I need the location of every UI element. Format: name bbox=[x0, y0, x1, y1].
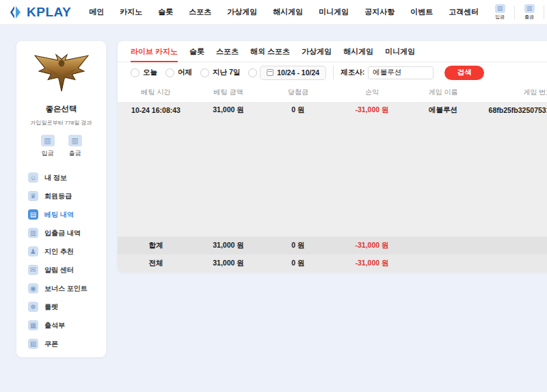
radio-yesterday[interactable] bbox=[165, 68, 174, 77]
tab-slots[interactable]: 슬롯 bbox=[189, 41, 204, 62]
date-range-picker[interactable]: 10/24 - 10/24 bbox=[260, 66, 326, 80]
filter-bar: 오늘 어제 지난 7일 10/24 - 10/24 제조사: 검색 bbox=[118, 62, 547, 83]
cell-game-number: 68fb25fb32507531f bbox=[476, 106, 547, 114]
user-level-emblem-icon bbox=[31, 52, 92, 94]
search-button[interactable]: 검색 bbox=[444, 66, 484, 80]
divider bbox=[544, 5, 544, 19]
summary-row-total: 전체 31,000 원 0 원 -31,000 원 bbox=[118, 254, 547, 272]
divider bbox=[333, 66, 334, 79]
nav-slots[interactable]: 슬롯 bbox=[158, 7, 173, 17]
sidebar-item-roulette[interactable]: ☸ 룰렛 bbox=[16, 298, 106, 316]
tab-overseas-sports[interactable]: 해외 스포츠 bbox=[250, 41, 290, 62]
col-bet-amount: 베팅 금액 bbox=[194, 88, 263, 97]
bonus-point-icon: ◉ bbox=[28, 283, 38, 293]
table-header-row: 베팅 시간 베팅 금액 당첨금 손익 게임 이름 게임 번호 bbox=[118, 83, 547, 102]
sidebar-item-attendance[interactable]: ▦ 출석부 bbox=[16, 316, 106, 335]
sidebar-item-my-info[interactable]: ☺ 내 정보 bbox=[16, 168, 106, 187]
nav-casino[interactable]: 카지노 bbox=[120, 7, 142, 17]
radio-yesterday-label[interactable]: 어제 bbox=[178, 68, 192, 77]
signup-elapsed-text: 가입일로부터 778일 경과 bbox=[16, 119, 106, 127]
nav-virtual[interactable]: 가상게임 bbox=[227, 7, 257, 17]
col-winnings: 당첨금 bbox=[263, 88, 334, 97]
sidebar-withdraw-button[interactable]: ▥ 출금 bbox=[68, 135, 82, 158]
sidebar-item-coupon[interactable]: ▧ 쿠폰 bbox=[16, 335, 106, 353]
summary-winnings: 0 원 bbox=[263, 259, 334, 268]
withdraw-icon: ▥ bbox=[524, 4, 535, 13]
manufacturer-label: 제조사: bbox=[341, 68, 364, 77]
col-game-number: 게임 번호 bbox=[476, 88, 547, 97]
radio-last-7-days-label[interactable]: 지난 7일 bbox=[213, 68, 240, 77]
kplay-logo-icon bbox=[8, 4, 25, 21]
notification-icon: ✉ bbox=[28, 265, 38, 275]
header-quick-actions: ▥ 입금 ▥ 출금 ▤ 배팅내역 bbox=[488, 4, 547, 21]
user-icon: ☺ bbox=[28, 172, 38, 183]
sidebar: 좋은선택 가입일로부터 778일 경과 ▥ 입금 ▥ 출금 ☺ 내 정보 ♛ 회… bbox=[16, 41, 106, 357]
calendar-icon bbox=[267, 69, 274, 76]
header-withdraw-button[interactable]: ▥ 출금 bbox=[518, 4, 541, 21]
coupon-icon: ▧ bbox=[28, 339, 38, 349]
sidebar-menu: ☺ 내 정보 ♛ 회원등급 ▤ 베팅 내역 ▥ 입출금 내역 ♟ 지인 추천 ✉… bbox=[16, 168, 106, 353]
sidebar-deposit-button[interactable]: ▥ 입금 bbox=[41, 135, 55, 158]
tab-hash-games[interactable]: 해시게임 bbox=[343, 41, 373, 62]
summary-row-subtotal: 합계 31,000 원 0 원 -31,000 원 bbox=[118, 237, 547, 254]
radio-last-7-days[interactable] bbox=[200, 68, 209, 77]
table-body: 10-24 16:08:43 31,000 원 0 원 -31,000 원 에볼… bbox=[118, 102, 547, 272]
page: { "header": { "logo_text": "KPLAY", "nav… bbox=[0, 0, 547, 392]
summary-label: 전체 bbox=[118, 259, 194, 268]
nav-notice[interactable]: 공지사항 bbox=[364, 7, 395, 17]
cell-bet-amount: 31,000 원 bbox=[194, 105, 263, 115]
roulette-icon: ☸ bbox=[28, 302, 38, 312]
top-nav: 메인 카지노 슬롯 스포츠 가상게임 해시게임 미니게임 공지사항 이벤트 고객… bbox=[89, 7, 479, 17]
summary-label: 합계 bbox=[118, 241, 194, 250]
radio-today-label[interactable]: 오늘 bbox=[143, 68, 157, 77]
sidebar-item-referral[interactable]: ♟ 지인 추천 bbox=[16, 242, 106, 261]
radio-today[interactable] bbox=[131, 68, 139, 77]
summary-bet: 31,000 원 bbox=[194, 259, 263, 268]
summary-bet: 31,000 원 bbox=[194, 241, 263, 250]
sidebar-item-transactions[interactable]: ▥ 입출금 내역 bbox=[16, 224, 106, 242]
tab-sports[interactable]: 스포츠 bbox=[216, 41, 239, 62]
kplay-logo[interactable]: KPLAY bbox=[8, 4, 71, 21]
kplay-logo-text: KPLAY bbox=[27, 5, 71, 20]
category-tabs: 라이브 카지노 슬롯 스포츠 해외 스포츠 가상게임 해시게임 미니게임 bbox=[118, 41, 547, 62]
table-row[interactable]: 10-24 16:08:43 31,000 원 0 원 -31,000 원 에볼… bbox=[118, 102, 547, 118]
deposit-icon: ▥ bbox=[495, 4, 505, 13]
divider bbox=[514, 5, 515, 19]
attendance-icon: ▦ bbox=[28, 320, 38, 330]
tab-live-casino[interactable]: 라이브 카지노 bbox=[131, 41, 178, 62]
sidebar-item-notifications[interactable]: ✉ 알림 센터 bbox=[16, 261, 106, 279]
betting-history-panel: 라이브 카지노 슬롯 스포츠 해외 스포츠 가상게임 해시게임 미니게임 오늘 … bbox=[118, 41, 547, 272]
nav-hash[interactable]: 해시게임 bbox=[273, 7, 303, 17]
nav-event[interactable]: 이벤트 bbox=[410, 7, 433, 17]
radio-custom-range[interactable] bbox=[248, 68, 257, 77]
summary-winnings: 0 원 bbox=[263, 241, 334, 250]
table-empty-space bbox=[118, 118, 547, 237]
tab-mini-games[interactable]: 미니게임 bbox=[385, 41, 415, 62]
nav-support[interactable]: 고객센터 bbox=[449, 7, 479, 17]
cell-profit: -31,000 원 bbox=[334, 105, 410, 115]
withdraw-icon: ▥ bbox=[68, 135, 82, 146]
cell-game-name: 에볼루션 bbox=[410, 105, 476, 115]
nav-mini[interactable]: 미니게임 bbox=[319, 7, 349, 17]
top-header: KPLAY 메인 카지노 슬롯 스포츠 가상게임 해시게임 미니게임 공지사항 … bbox=[0, 0, 547, 25]
grade-icon: ♛ bbox=[28, 191, 38, 201]
sidebar-item-bonus-points[interactable]: ◉ 보너스 포인트 bbox=[16, 279, 106, 298]
referral-icon: ♟ bbox=[28, 246, 38, 257]
deposit-icon: ▥ bbox=[41, 135, 55, 146]
sidebar-quick-actions: ▥ 입금 ▥ 출금 bbox=[16, 135, 106, 158]
nav-main[interactable]: 메인 bbox=[89, 7, 104, 17]
col-game-name: 게임 이름 bbox=[410, 88, 476, 97]
username: 좋은선택 bbox=[16, 104, 106, 114]
summary-profit: -31,000 원 bbox=[334, 241, 410, 250]
manufacturer-input[interactable] bbox=[368, 66, 433, 79]
col-profit: 손익 bbox=[334, 88, 410, 97]
col-bet-time: 베팅 시간 bbox=[118, 88, 194, 97]
cell-bet-time: 10-24 16:08:43 bbox=[118, 106, 194, 114]
header-deposit-button[interactable]: ▥ 입금 bbox=[488, 4, 511, 21]
tab-virtual-games[interactable]: 가상게임 bbox=[302, 41, 332, 62]
nav-sports[interactable]: 스포츠 bbox=[189, 7, 211, 17]
cell-winnings: 0 원 bbox=[263, 105, 334, 115]
betting-history-icon: ▤ bbox=[28, 209, 38, 220]
sidebar-item-betting-history[interactable]: ▤ 베팅 내역 bbox=[16, 205, 106, 224]
sidebar-item-member-grade[interactable]: ♛ 회원등급 bbox=[16, 187, 106, 205]
